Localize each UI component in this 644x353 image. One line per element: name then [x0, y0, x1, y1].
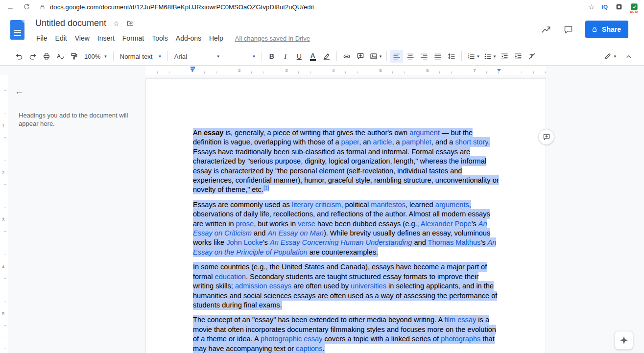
activity-dashboard-icon[interactable] [541, 24, 551, 35]
spellcheck-button[interactable]: A [54, 50, 67, 63]
undo-button[interactable] [13, 50, 25, 63]
vertical-ruler[interactable]: 12345 [0, 75, 8, 353]
share-button[interactable]: Share [585, 21, 628, 38]
link-text[interactable]: verse [298, 219, 315, 229]
link-text[interactable]: photographs [441, 334, 480, 344]
underline-button[interactable]: U [293, 50, 306, 63]
paragraph-style-select[interactable]: Normal text ▾ [117, 50, 164, 63]
justify-button[interactable] [431, 50, 444, 63]
ruler-tick [157, 71, 158, 73]
explore-button[interactable] [615, 331, 633, 350]
italic-button[interactable]: I [279, 50, 292, 63]
redo-button[interactable] [26, 50, 39, 63]
decrease-indent-icon [500, 52, 509, 61]
footnote-ref[interactable]: [1] [263, 184, 269, 191]
numbered-list-button[interactable]: 123 ▾ [465, 50, 481, 63]
editing-mode-button[interactable]: ▾ [602, 50, 618, 63]
star-document-icon[interactable]: ☆ [113, 20, 119, 27]
text-run: 's [263, 237, 270, 247]
link-text[interactable]: universities [351, 281, 386, 291]
link-text[interactable]: literary criticism [292, 200, 341, 210]
outline-placeholder: Headings you add to the document will ap… [19, 111, 137, 128]
clear-formatting-button[interactable]: T [525, 50, 538, 63]
chevron-down-icon: ▾ [380, 54, 382, 59]
extension-icon[interactable] [615, 3, 623, 11]
bulleted-list-button[interactable]: ▾ [482, 50, 498, 63]
menu-help[interactable]: Help [205, 32, 227, 44]
align-center-button[interactable] [404, 50, 417, 63]
paint-format-button[interactable] [68, 50, 80, 63]
link-text[interactable]: short story [455, 137, 488, 147]
link-text[interactable]: pamphlet [402, 137, 431, 147]
docs-logo-icon[interactable] [10, 20, 24, 40]
horizontal-ruler[interactable]: 1234567 [145, 66, 546, 75]
text-color-button[interactable]: A [307, 50, 319, 63]
comments-icon[interactable] [563, 24, 573, 35]
ruler-tick [533, 71, 534, 73]
browser-reload-icon[interactable] [23, 3, 30, 11]
align-right-button[interactable] [418, 50, 430, 63]
link-text[interactable]: arguments [435, 200, 469, 210]
bookmark-star-icon[interactable]: ☆ [588, 3, 595, 11]
text-run: , learned [405, 200, 435, 210]
insert-link-button[interactable] [340, 50, 353, 63]
saved-status[interactable]: All changes saved in Drive [235, 35, 310, 42]
menu-view[interactable]: View [71, 32, 94, 44]
decrease-indent-button[interactable] [498, 50, 511, 63]
menu-edit[interactable]: Edit [51, 32, 71, 44]
link-text[interactable]: article [373, 137, 392, 147]
link-text[interactable]: Thomas Malthus [428, 237, 481, 247]
paragraph[interactable]: An essay is, generally, a piece of writi… [193, 128, 501, 195]
paragraph[interactable]: The concept of an "essay" has been exten… [193, 315, 501, 353]
link-text[interactable]: photographic essay [261, 334, 323, 344]
align-left-button[interactable] [390, 50, 403, 63]
menu-format[interactable]: Format [119, 32, 148, 44]
link-text[interactable]: paper [341, 137, 359, 147]
link-text[interactable]: An Essay on Man [267, 228, 323, 238]
zoom-select[interactable]: 100% ▾ [81, 50, 110, 63]
link-text[interactable]: film essay [444, 315, 476, 325]
menu-tools[interactable]: Tools [148, 32, 172, 44]
menu-add-ons[interactable]: Add-ons [172, 32, 205, 44]
close-outline-button[interactable]: ← [15, 87, 24, 96]
url-text[interactable]: docs.google.com/document/d/12JuPFM68fBeK… [50, 3, 314, 11]
paragraph[interactable]: In some countries (e.g., the United Stat… [193, 262, 501, 310]
link-text[interactable]: John Locke [226, 237, 263, 247]
print-button[interactable] [40, 50, 53, 63]
extension-iq-icon[interactable]: IQ [602, 4, 608, 10]
link-text[interactable]: manifestos [371, 200, 405, 210]
insert-comment-button[interactable] [354, 50, 367, 63]
extension-beta-icon[interactable]: BETA [630, 3, 638, 11]
paragraph[interactable]: Essays are commonly used as literary cri… [193, 200, 501, 257]
link-text[interactable]: Alexander Pope [421, 219, 472, 229]
bold-button[interactable]: B [265, 50, 278, 63]
share-label: Share [602, 25, 621, 33]
insert-image-button[interactable]: ▾ [368, 50, 383, 63]
link-text[interactable]: argument [409, 128, 440, 138]
font-select[interactable]: Arial ▾ [171, 50, 222, 63]
link-text[interactable]: education [215, 272, 246, 282]
collapse-menus-button[interactable] [622, 50, 635, 63]
text-run: , but works in [254, 219, 298, 229]
right-indent-marker[interactable] [497, 69, 501, 71]
document-page[interactable]: An essay is, generally, a piece of writi… [145, 78, 546, 353]
add-comment-fab[interactable] [538, 129, 554, 145]
move-folder-icon[interactable] [126, 20, 134, 27]
line-spacing-button[interactable] [445, 50, 458, 63]
link-text[interactable]: An Essay Concerning Human Understanding [270, 237, 412, 247]
increase-indent-button[interactable] [512, 50, 525, 63]
link-text[interactable]: prose [236, 219, 254, 229]
menu-file[interactable]: File [32, 32, 51, 44]
link-text[interactable]: admission essays [235, 281, 291, 291]
pencil-icon [603, 52, 612, 61]
document-title[interactable]: Untitled document [35, 18, 106, 28]
toolbar-divider [167, 51, 168, 61]
highlight-color-button[interactable] [320, 50, 333, 63]
document-text[interactable]: An essay is, generally, a piece of writi… [193, 128, 501, 353]
link-text[interactable]: captions [296, 344, 322, 353]
text-run: , and a [431, 137, 455, 147]
menu-insert[interactable]: Insert [94, 32, 119, 44]
omnibox[interactable]: docs.google.com/document/d/12JuPFM68fBeK… [39, 3, 579, 11]
browser-back-icon[interactable]: ← [7, 3, 14, 11]
font-size-select[interactable]: ▾ [230, 50, 258, 63]
